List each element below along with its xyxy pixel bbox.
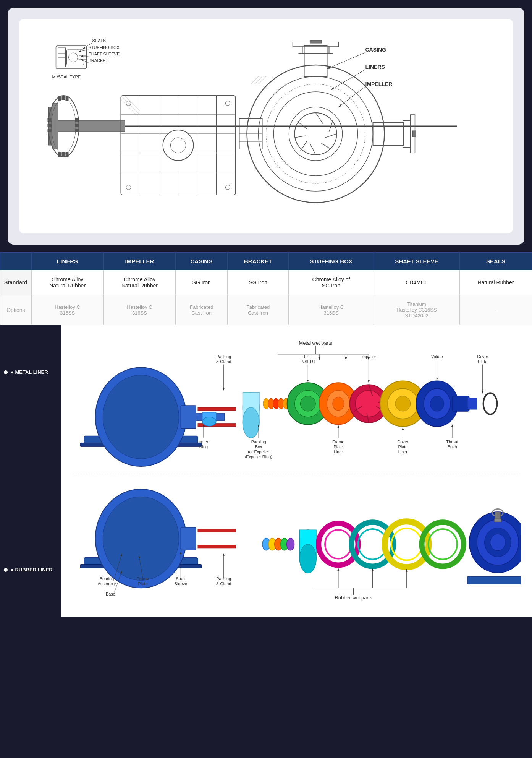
svg-point-127	[333, 397, 344, 411]
svg-rect-183	[181, 527, 196, 550]
metal-liner-label: ● METAL LINER	[4, 369, 57, 375]
svg-line-74	[298, 122, 307, 129]
svg-text:Cover: Cover	[397, 440, 408, 444]
options-seals: -	[460, 295, 532, 325]
svg-point-64	[274, 92, 358, 176]
options-stuffing-box: Hastelloy C316SS	[289, 295, 374, 325]
svg-text:Assembly: Assembly	[98, 581, 116, 586]
svg-line-72	[301, 141, 307, 151]
svg-text:Plate: Plate	[398, 445, 407, 449]
svg-line-55	[125, 96, 140, 111]
svg-point-56	[163, 130, 194, 161]
svg-text:Volute: Volute	[431, 354, 443, 359]
svg-rect-28	[52, 103, 58, 149]
svg-text:Frame: Frame	[137, 576, 149, 581]
svg-point-85	[266, 84, 365, 183]
svg-rect-36	[66, 152, 69, 157]
svg-line-17	[81, 59, 89, 63]
svg-text:Frame: Frame	[332, 440, 344, 444]
options-casing: FabricatedCast Iron	[176, 295, 228, 325]
svg-text:Ring: Ring	[199, 445, 208, 449]
svg-rect-92	[413, 131, 416, 137]
standard-casing: SG Iron	[176, 270, 228, 295]
standard-stuffing-box: Chrome Alloy ofSG Iron	[289, 270, 374, 295]
svg-rect-37	[48, 118, 52, 122]
svg-point-60	[126, 185, 131, 190]
svg-point-59	[226, 101, 230, 106]
svg-rect-208	[494, 519, 501, 522]
svg-point-90	[247, 65, 385, 203]
standard-label: Standard	[0, 270, 32, 295]
svg-text:Throat: Throat	[446, 440, 458, 444]
options-label: Options	[0, 295, 32, 325]
svg-line-94	[255, 76, 262, 84]
svg-rect-110	[181, 406, 196, 429]
svg-text:SEALS: SEALS	[92, 38, 106, 43]
svg-text:/Expeller Ring): /Expeller Ring)	[245, 454, 272, 459]
liner-type-labels: ● METAL LINER ● RUBBER LINER	[0, 325, 61, 617]
svg-rect-108	[198, 407, 236, 411]
svg-rect-141	[452, 396, 469, 411]
svg-point-205	[490, 534, 505, 551]
svg-line-93	[251, 76, 259, 84]
svg-point-106	[103, 375, 179, 459]
standard-shaft-sleeve: CD4MCu	[374, 270, 459, 295]
svg-point-197	[391, 528, 422, 560]
standard-liners: Chrome AlloyNatural Rubber	[31, 270, 103, 295]
svg-line-20	[327, 53, 365, 69]
standard-impeller: Chrome AlloyNatural Rubber	[103, 270, 176, 295]
svg-text:INSERT: INSERT	[300, 359, 315, 364]
svg-rect-40	[75, 118, 79, 122]
table-row-standard: Standard Chrome AlloyNatural Rubber Chro…	[0, 270, 532, 295]
svg-rect-75	[304, 46, 327, 76]
table-header-type	[0, 253, 32, 270]
svg-point-199	[428, 529, 457, 560]
svg-rect-207	[495, 512, 500, 519]
svg-text:Packing: Packing	[251, 440, 266, 444]
svg-rect-181	[198, 529, 236, 532]
svg-point-129	[356, 390, 382, 417]
svg-point-113	[202, 417, 216, 426]
svg-rect-4	[67, 50, 84, 65]
svg-text:LINERS: LINERS	[365, 64, 385, 70]
svg-text:FPL: FPL	[304, 354, 312, 359]
svg-text:IMPELLER: IMPELLER	[365, 81, 393, 87]
svg-rect-182	[198, 545, 236, 548]
table-header-stuffing-box: STUFFING BOX	[289, 253, 374, 270]
svg-point-124	[300, 396, 315, 411]
options-shaft-sleeve: TitaniumHastelloy C316SSSTD420J2	[374, 295, 459, 325]
svg-text:Plate: Plate	[333, 445, 343, 449]
svg-text:& Gland: & Gland	[216, 359, 231, 364]
svg-text:BRACKET: BRACKET	[89, 58, 108, 63]
svg-text:Plate: Plate	[138, 581, 147, 586]
svg-rect-33	[66, 96, 69, 101]
svg-line-24	[339, 87, 365, 107]
svg-text:STUFFING BOX: STUFFING BOX	[89, 45, 120, 50]
svg-line-53	[121, 96, 140, 115]
svg-point-191	[299, 544, 316, 573]
svg-text:Bearing: Bearing	[100, 576, 114, 581]
exploded-view-section: ● METAL LINER ● RUBBER LINER Metal wet p…	[0, 325, 532, 617]
svg-rect-34	[62, 152, 65, 157]
svg-text:Lantern: Lantern	[196, 440, 210, 444]
metal-liner-text: ● METAL LINER	[11, 369, 48, 375]
options-bracket: FabricatedCast Iron	[228, 295, 289, 325]
rubber-liner-dot	[4, 568, 8, 572]
svg-text:Liner: Liner	[398, 450, 408, 454]
pump-diagram: SEALS STUFFING BOX SHAFT SLEEVE BRACKET …	[34, 31, 498, 222]
svg-text:Base: Base	[106, 592, 115, 596]
svg-point-140	[430, 396, 444, 411]
svg-rect-209	[467, 576, 521, 584]
table-header-bracket: BRACKET	[228, 253, 289, 270]
svg-text:Box: Box	[255, 445, 262, 449]
svg-text:Packing: Packing	[216, 354, 231, 359]
svg-point-7	[69, 53, 78, 62]
table-header-shaft-sleeve: SHAFT SLEEVE	[374, 253, 459, 270]
materials-table-section: LINERS IMPELLER CASING BRACKET STUFFING …	[0, 252, 532, 325]
svg-text:& Gland: & Gland	[216, 581, 231, 586]
table-header-casing: CASING	[176, 253, 228, 270]
metal-liner-dot	[4, 370, 8, 374]
svg-text:Impeller: Impeller	[361, 354, 376, 359]
rubber-wet-parts-label: Rubber wet parts	[335, 595, 372, 601]
svg-line-73	[295, 136, 306, 138]
